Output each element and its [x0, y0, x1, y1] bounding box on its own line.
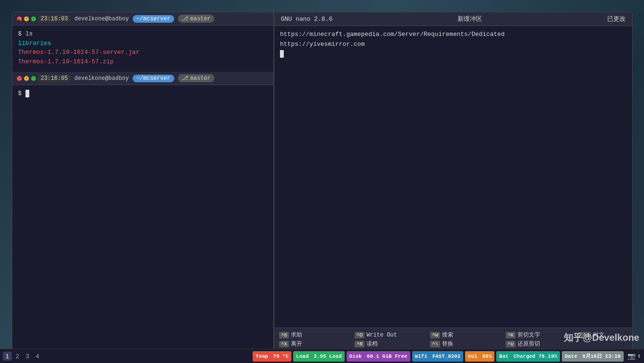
status-vol: Vol 86% — [465, 351, 494, 362]
label-search: 搜索 — [442, 331, 453, 339]
nano-cursor-line — [280, 50, 627, 60]
date-value: 9月16日 23:16 — [582, 353, 620, 360]
session1-path: ~/mcserver — [133, 15, 174, 23]
vol-value: 86% — [482, 354, 491, 359]
nano-header: GNU nano 2.8.6 新缓冲区 已更改 — [274, 12, 632, 26]
status-temp: Temp 79 °C — [253, 351, 291, 362]
label-cut: 剪切文字 — [517, 331, 540, 339]
key-replace[interactable]: ^\ — [430, 341, 440, 347]
workspace-3[interactable]: 3 — [23, 352, 32, 361]
minimize-button-2[interactable]: ✦ — [24, 76, 29, 81]
nano-cmd-writeout: ^O Write Out — [355, 331, 421, 339]
nano-buffer-label: 新缓冲区 — [458, 15, 482, 23]
session2-time: 23:16:05 — [38, 75, 71, 82]
tray-icon-1: 📷 — [627, 352, 636, 360]
nano-cmd-cut: ^K 剪切文字 — [506, 331, 572, 339]
terminal-body-session1: $ ls libraries Thermos-1.7.10-1614-57-se… — [12, 26, 273, 70]
label-help: 求助 — [291, 331, 302, 339]
session1-user: develkone@badboy — [75, 16, 129, 22]
key-ck[interactable]: ^K — [506, 332, 516, 338]
output-jar: Thermos-1.7.10-1614-57-server.jar — [18, 48, 268, 57]
wifi-value: FAST_8202 — [432, 354, 460, 359]
status-date: Date 9月16日 23:16 — [562, 351, 623, 362]
label-read: 读档 — [366, 340, 378, 348]
status-bat: Bat Charged 78.19% — [496, 351, 560, 362]
nano-cmd-search: ^W 搜索 — [430, 331, 496, 339]
disk-label: Disk — [349, 354, 362, 359]
nano-cmd-read: ^R 读档 — [355, 340, 421, 348]
nano-cmd-uncut: ^U 还原剪切 — [506, 340, 572, 348]
dollar-sign: $ — [18, 89, 22, 98]
star-icon: ✦ — [24, 17, 29, 21]
session1-branch: ⎇ master — [178, 15, 214, 23]
expand-button-2[interactable]: ✦ — [31, 76, 36, 81]
key-cj[interactable]: ^J — [581, 332, 591, 338]
status-wifi: Wifi FAST_8202 — [412, 351, 463, 362]
terminal-body-session2: $ — [12, 85, 273, 102]
tray-icons: 📷 ⬆ — [627, 352, 641, 360]
titlebar-session2: ✕ ✦ ✦ 23:16:05 develkone@badboy ~/mcserv… — [12, 72, 273, 85]
nano-footer-row1: ^G 求助 ^O Write Out ^W 搜索 ^K 剪切文字 ^J 对文 — [279, 331, 627, 339]
close-button[interactable]: ✕ — [17, 17, 22, 21]
taskbar: 1 2 3 4 Temp 79 °C Load 3.95 Load Disk 6… — [0, 349, 644, 363]
nano-cmd-justify: ^J 对文 — [581, 331, 633, 339]
temp-label: Temp — [255, 354, 268, 359]
nano-footer: ^G 求助 ^O Write Out ^W 搜索 ^K 剪切文字 ^J 对文 ^ — [274, 328, 632, 352]
nano-line-2: https://yivesmirror.com — [280, 40, 627, 50]
tray-icon-2: ⬆ — [637, 352, 641, 360]
nano-cmd-exit: ^X 离开 — [279, 340, 345, 348]
session2-user: develkone@badboy — [75, 75, 129, 82]
load-label: Load — [296, 354, 308, 359]
key-co[interactable]: ^O — [355, 332, 364, 338]
expand-icon: ✦ — [31, 17, 36, 21]
vol-label: Vol — [468, 354, 477, 359]
prompt-ls: $ ls — [18, 29, 268, 39]
nano-cmd-help: ^G 求助 — [279, 331, 345, 339]
workspace-buttons: 1 2 3 4 — [3, 352, 42, 361]
temp-value: 79 °C — [273, 354, 288, 359]
disk-value: 60.1 GiB Free — [367, 354, 407, 359]
nano-title: GNU nano 2.8.6 — [281, 16, 332, 23]
status-disk: Disk 60.1 GiB Free — [347, 351, 410, 362]
branch-icon-2: ⎇ — [182, 75, 188, 82]
date-label: Date — [565, 354, 577, 359]
key-cg[interactable]: ^G — [279, 332, 289, 338]
titlebar-session1: ✕ ✦ ✦ 23:16:03 develkone@badboy ~/mcserv… — [12, 12, 273, 26]
wifi-label: Wifi — [415, 354, 427, 359]
session2-path: ~/mcserver — [133, 75, 174, 82]
traffic-lights-2: ✕ ✦ ✦ — [17, 76, 36, 81]
status-load: Load 3.95 Load — [293, 351, 344, 362]
bat-label: Bat — [499, 354, 508, 359]
label-uncut: 还原剪切 — [517, 340, 540, 348]
key-cr[interactable]: ^R — [355, 341, 364, 347]
load-value: 3.95 Load — [314, 354, 341, 359]
nano-modified-label: 已更改 — [607, 15, 626, 23]
close-button-2[interactable]: ✕ — [17, 76, 22, 81]
key-cu[interactable]: ^U — [506, 341, 516, 347]
workspace-4[interactable]: 4 — [33, 352, 42, 361]
output-libraries: libraries — [18, 39, 268, 48]
label-justify: 对文 — [593, 331, 604, 339]
titlebar-info-2: 23:16:05 develkone@badboy ~/mcserver ⎇ m… — [38, 74, 269, 82]
output-zip: Thermos-1.7.10-1614-57.zip — [18, 57, 268, 67]
session1-time: 23:16:03 — [38, 15, 71, 23]
workspace-1[interactable]: 1 — [3, 352, 12, 361]
key-cw[interactable]: ^W — [430, 332, 440, 338]
key-cx[interactable]: ^X — [279, 341, 289, 347]
nano-cursor — [280, 50, 284, 58]
bat-value: Charged 78.19% — [514, 354, 557, 359]
workspace-2[interactable]: 2 — [13, 352, 22, 361]
nano-body[interactable]: https://minecraft.gamepedia.com/Server/R… — [274, 26, 632, 328]
prompt-empty: $ — [18, 89, 268, 98]
label-replace: 替换 — [442, 340, 453, 348]
ls-command: ls — [25, 29, 33, 39]
nano-footer-row2: ^X 离开 ^R 读档 ^\ 替换 ^U 还原剪切 — [279, 340, 627, 348]
branch-icon: ⎇ — [182, 15, 188, 22]
terminal-right-nano: GNU nano 2.8.6 新缓冲区 已更改 https://minecraf… — [274, 12, 633, 352]
label-writeout: Write Out — [366, 332, 397, 338]
session2-branch: ⎇ master — [178, 74, 214, 82]
cursor — [25, 90, 29, 97]
titlebar-info-1: 23:16:03 develkone@badboy ~/mcserver ⎇ m… — [38, 15, 269, 23]
traffic-lights-1: ✕ ✦ ✦ — [17, 17, 36, 21]
label-exit: 离开 — [291, 340, 302, 348]
